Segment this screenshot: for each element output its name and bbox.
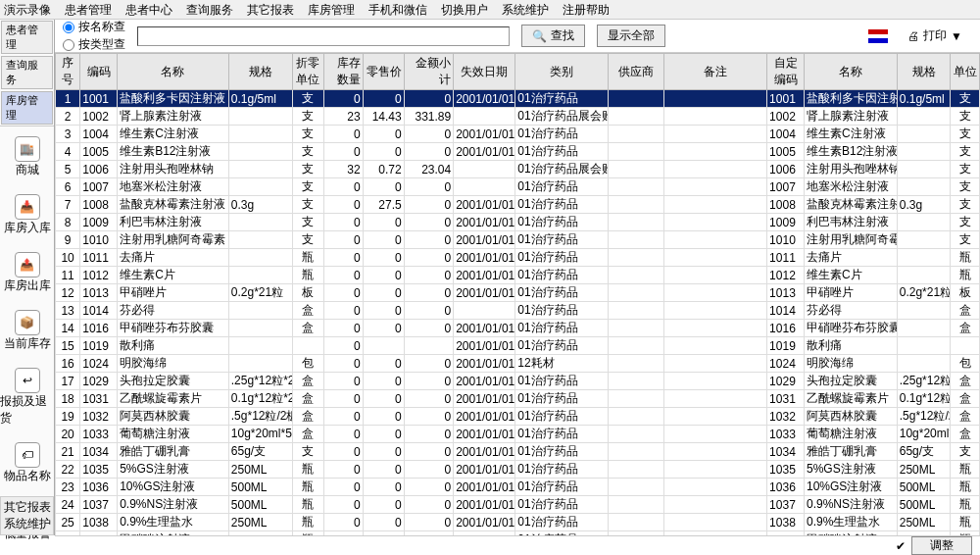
sidebar-icon: 📦: [15, 310, 40, 335]
left-panel: 患者管理 查询服务 库房管理 🏬商城📥库房入库📤库房出库📦当前库存↩报损及退货🏷…: [0, 20, 55, 535]
sidebar-icon: 📥: [15, 194, 40, 220]
printer-icon: 🖨: [907, 29, 919, 43]
menu-item[interactable]: 注册帮助: [563, 2, 610, 17]
flag-icon: [868, 29, 888, 43]
table-row[interactable]: 151019散利痛02001/01/0101治疗药品1019散利痛: [56, 337, 980, 355]
table-row[interactable]: 11001盐酸利多卡因注射液0.1g/5ml支0002001/01/0101治疗…: [56, 90, 980, 108]
tab-storeroom[interactable]: 库房管理: [1, 91, 53, 125]
search-input[interactable]: [137, 26, 510, 46]
sidebar-item[interactable]: ↩报损及退货: [0, 368, 54, 427]
column-header[interactable]: 零售价: [363, 54, 404, 90]
sidebar-icon: 📤: [15, 252, 40, 278]
inventory-table-wrap[interactable]: 序号编码名称规格折零单位库存数量零售价金额小计失效日期类别供应商备注自定编码名称…: [55, 53, 980, 535]
side-bottom-sys[interactable]: 系统维护: [3, 516, 51, 532]
column-header[interactable]: 备注: [663, 54, 766, 90]
table-row[interactable]: 51006注射用头孢唑林钠支320.7223.0401治疗药品展会购买1006注…: [56, 161, 980, 178]
table-row[interactable]: 211034雅皓丁硼乳膏65g/支支0002001/01/0101治疗药品103…: [56, 443, 980, 461]
inventory-table: 序号编码名称规格折零单位库存数量零售价金额小计失效日期类别供应商备注自定编码名称…: [55, 53, 980, 535]
table-row[interactable]: 201033葡萄糖注射液10g*20ml*5支盒0002001/01/0101治…: [56, 426, 980, 443]
sidebar-item[interactable]: 🏷物品名称: [4, 442, 51, 484]
radio-by-type[interactable]: 按类型查: [63, 36, 125, 53]
column-header[interactable]: 库存数量: [323, 54, 363, 90]
menubar: 演示录像患者管理患者中心查询服务其它报表库房管理手机和微信切换用户系统维护注册帮…: [0, 0, 980, 20]
dropdown-icon: ▼: [951, 29, 962, 43]
column-header[interactable]: 规格: [897, 54, 951, 90]
column-header[interactable]: 编码: [80, 54, 118, 90]
sidebar-icon: 🏷: [15, 442, 40, 468]
menu-item[interactable]: 患者中心: [125, 2, 172, 17]
column-header[interactable]: 名称: [118, 54, 229, 90]
adjust-icon: ✔: [896, 539, 906, 553]
table-row[interactable]: 2210355%GS注射液250ML瓶0002001/01/0101治疗药品10…: [56, 461, 980, 479]
show-all-button[interactable]: 显示全部: [597, 25, 665, 47]
column-header[interactable]: 规格: [228, 54, 292, 90]
radio-by-name[interactable]: 按名称查: [63, 19, 125, 35]
footer: ✔ 调整: [55, 535, 980, 555]
table-row[interactable]: 161024明胶海绵包0002001/01/0112耗材1024明胶海绵包: [56, 355, 980, 373]
column-header[interactable]: 类别: [515, 54, 609, 90]
tab-patient-mgmt[interactable]: 患者管理: [1, 21, 53, 54]
menu-item[interactable]: 切换用户: [441, 2, 488, 17]
column-header[interactable]: 单位: [951, 54, 980, 90]
column-header[interactable]: 名称: [804, 54, 897, 90]
table-row[interactable]: 111012维生素C片瓶0002001/01/0101治疗药品1012维生素C片…: [56, 267, 980, 284]
menu-item[interactable]: 系统维护: [502, 2, 549, 17]
table-row[interactable]: 101011去痛片瓶0002001/01/0101治疗药品1011去痛片瓶: [56, 249, 980, 267]
table-row[interactable]: 21002肾上腺素注射液支2314.43331.8901治疗药品展会购买1002…: [56, 108, 980, 126]
menu-item[interactable]: 查询服务: [186, 2, 233, 17]
sidebar-icon: ↩: [15, 368, 40, 393]
table-row[interactable]: 71008盐酸克林霉素注射液0.3g支027.502001/01/0101治疗药…: [56, 196, 980, 214]
table-row[interactable]: 41005维生素B12注射液支0002001/01/0101治疗药品1005维生…: [56, 143, 980, 161]
menu-item[interactable]: 其它报表: [247, 2, 294, 17]
table-row[interactable]: 23103610%GS注射液500ML瓶0002001/01/0101治疗药品1…: [56, 479, 980, 496]
table-row[interactable]: 131014芬必得盒00001治疗药品1014芬必得盒: [56, 302, 980, 320]
toolbar: 按名称查 按类型查 🔍查找 显示全部 🖨打印 ▼: [55, 20, 980, 53]
column-header[interactable]: 序号: [56, 54, 80, 90]
table-row[interactable]: 31004维生素C注射液支0002001/01/0101治疗药品1004维生素C…: [56, 126, 980, 143]
sidebar-item[interactable]: 📤库房出库: [4, 252, 51, 294]
sidebar-item[interactable]: 📦当前库存: [4, 310, 51, 352]
column-header[interactable]: 供应商: [609, 54, 664, 90]
menu-item[interactable]: 演示录像: [4, 2, 51, 17]
sidebar-item[interactable]: 🏬商城: [15, 136, 40, 178]
column-header[interactable]: 折零单位: [293, 54, 324, 90]
table-row[interactable]: 121013甲硝唑片0.2g*21粒板0002001/01/0101治疗药品10…: [56, 284, 980, 302]
table-row[interactable]: 91010注射用乳糖阿奇霉素支0002001/01/0101治疗药品1010注射…: [56, 231, 980, 249]
menu-item[interactable]: 患者管理: [65, 2, 112, 17]
column-header[interactable]: 金额小计: [404, 54, 454, 90]
binoculars-icon: 🔍: [532, 29, 547, 43]
table-row[interactable]: 81009利巴韦林注射液支0002001/01/0101治疗药品1009利巴韦林…: [56, 214, 980, 231]
table-row[interactable]: 2410370.9%NS注射液500ML瓶0002001/01/0101治疗药品…: [56, 496, 980, 514]
print-button[interactable]: 🖨打印 ▼: [898, 25, 972, 46]
table-row[interactable]: 191032阿莫西林胶囊.5g*12粒/2板盒0002001/01/0101治疗…: [56, 408, 980, 426]
search-button[interactable]: 🔍查找: [521, 25, 585, 47]
table-row[interactable]: 61007地塞米松注射液支00001治疗药品1007地塞米松注射液支: [56, 178, 980, 196]
table-row[interactable]: 2510380.9%生理盐水250ML瓶0002001/01/0101治疗药品1…: [56, 514, 980, 531]
adjust-button[interactable]: 调整: [911, 536, 972, 555]
menu-item[interactable]: 库房管理: [308, 2, 355, 17]
table-row[interactable]: 171029头孢拉定胶囊.25g*12粒*2板盒0002001/01/0101治…: [56, 373, 980, 390]
table-row[interactable]: 141016甲硝唑芬布芬胶囊盒0002001/01/0101治疗药品1016甲硝…: [56, 320, 980, 337]
table-row[interactable]: 181031乙酰螺旋霉素片0.1g*12粒*2板盒0002001/01/0101…: [56, 390, 980, 408]
sidebar-item[interactable]: 📥库房入库: [4, 194, 51, 236]
menu-item[interactable]: 手机和微信: [368, 2, 427, 17]
column-header[interactable]: 失效日期: [454, 54, 515, 90]
tab-query[interactable]: 查询服务: [1, 56, 53, 89]
side-bottom-other[interactable]: 其它报表: [3, 499, 51, 516]
sidebar-icon: 🏬: [15, 136, 40, 162]
column-header[interactable]: 自定编码: [767, 54, 805, 90]
